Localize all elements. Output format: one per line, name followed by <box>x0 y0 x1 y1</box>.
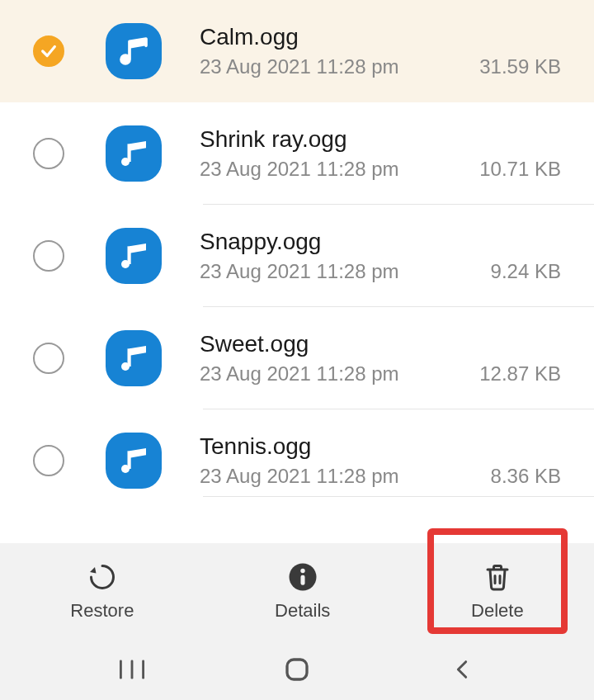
file-size: 10.71 KB <box>479 158 561 181</box>
nav-bar <box>0 639 594 700</box>
file-item[interactable]: Shrink ray.ogg 23 Aug 2021 11:28 pm 10.7… <box>0 102 594 205</box>
recents-icon <box>118 658 146 681</box>
file-name: Snappy.ogg <box>200 229 561 255</box>
svg-point-10 <box>300 569 304 573</box>
file-name: Sweet.ogg <box>200 331 561 357</box>
file-size: 31.59 KB <box>479 55 561 78</box>
file-date: 23 Aug 2021 11:28 pm <box>200 260 399 283</box>
file-date: 23 Aug 2021 11:28 pm <box>200 362 399 385</box>
back-nav-button[interactable] <box>437 653 487 686</box>
file-info: Snappy.ogg 23 Aug 2021 11:28 pm 9.24 KB <box>200 229 561 283</box>
music-icon <box>106 125 162 182</box>
file-date: 23 Aug 2021 11:28 pm <box>200 158 399 181</box>
file-item[interactable]: Snappy.ogg 23 Aug 2021 11:28 pm 9.24 KB <box>0 205 594 307</box>
back-icon <box>450 658 474 681</box>
file-info: Shrink ray.ogg 23 Aug 2021 11:28 pm 10.7… <box>200 126 561 181</box>
recents-nav-button[interactable] <box>107 653 157 686</box>
svg-rect-2 <box>128 144 131 162</box>
toolbar-label: Details <box>275 600 330 622</box>
file-item[interactable]: Tennis.ogg 23 Aug 2021 11:28 pm 8.36 KB <box>0 409 594 497</box>
svg-rect-6 <box>128 348 131 367</box>
svg-rect-15 <box>287 660 307 679</box>
restore-button[interactable]: Restore <box>54 552 150 630</box>
restore-icon <box>86 560 119 594</box>
file-date: 23 Aug 2021 11:28 pm <box>200 465 399 488</box>
checkbox-unchecked-icon[interactable] <box>33 240 64 272</box>
file-name: Shrink ray.ogg <box>200 126 561 153</box>
info-icon <box>286 560 319 594</box>
svg-rect-11 <box>300 575 304 585</box>
svg-rect-4 <box>128 246 131 264</box>
file-size: 8.36 KB <box>491 465 561 488</box>
svg-rect-8 <box>128 451 131 469</box>
file-item[interactable]: Sweet.ogg 23 Aug 2021 11:28 pm 12.87 KB <box>0 307 594 409</box>
music-icon <box>106 330 162 386</box>
checkbox-unchecked-icon[interactable] <box>33 445 64 476</box>
bottom-toolbar: Restore Details Delete <box>0 543 594 639</box>
music-icon <box>106 23 162 79</box>
checkbox-unchecked-icon[interactable] <box>33 138 64 169</box>
svg-point-0 <box>121 55 130 64</box>
trash-icon <box>481 560 514 594</box>
file-name: Tennis.ogg <box>200 433 561 460</box>
checkbox-checked-icon[interactable] <box>33 35 64 67</box>
file-info: Calm.ogg 23 Aug 2021 11:28 pm 31.59 KB <box>200 24 561 78</box>
file-item[interactable]: Calm.ogg 23 Aug 2021 11:28 pm 31.59 KB <box>0 0 594 102</box>
music-icon <box>106 228 162 284</box>
music-icon <box>106 433 162 489</box>
file-list: Calm.ogg 23 Aug 2021 11:28 pm 31.59 KB S… <box>0 0 594 543</box>
file-name: Calm.ogg <box>200 24 561 50</box>
home-icon <box>284 656 310 683</box>
delete-button[interactable]: Delete <box>455 552 540 630</box>
file-size: 9.24 KB <box>491 260 561 283</box>
details-button[interactable]: Details <box>258 552 346 630</box>
file-date: 23 Aug 2021 11:28 pm <box>200 55 399 78</box>
file-size: 12.87 KB <box>479 362 561 385</box>
home-nav-button[interactable] <box>272 653 322 686</box>
toolbar-label: Restore <box>70 600 134 622</box>
file-info: Tennis.ogg 23 Aug 2021 11:28 pm 8.36 KB <box>200 433 561 488</box>
file-info: Sweet.ogg 23 Aug 2021 11:28 pm 12.87 KB <box>200 331 561 385</box>
checkbox-unchecked-icon[interactable] <box>33 343 64 374</box>
toolbar-label: Delete <box>471 600 524 622</box>
